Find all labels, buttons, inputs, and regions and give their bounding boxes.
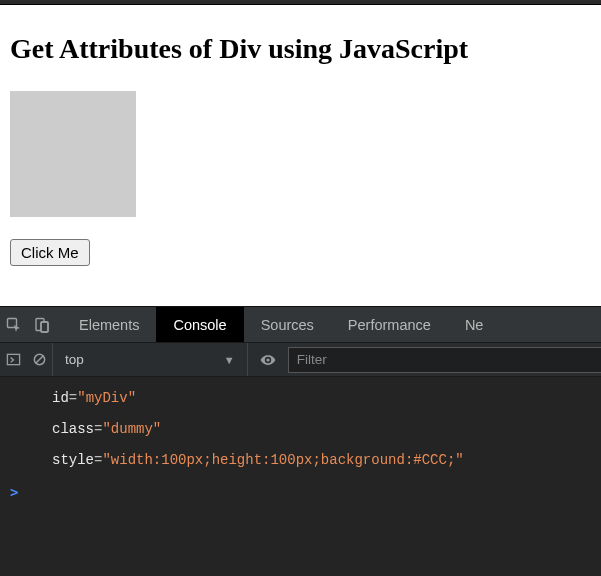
page-content: Get Attributes of Div using JavaScript C… — [0, 5, 601, 276]
live-expression-icon[interactable] — [248, 351, 288, 369]
devtools-panel: Elements Console Sources Performance Ne … — [0, 306, 601, 576]
console-prompt[interactable]: > — [0, 478, 601, 506]
svg-line-6 — [35, 356, 42, 363]
inspect-element-icon[interactable] — [5, 316, 23, 334]
tab-console[interactable]: Console — [156, 307, 243, 342]
demo-div — [10, 91, 136, 217]
devtools-tabbar: Elements Console Sources Performance Ne — [0, 307, 601, 343]
device-toggle-icon[interactable] — [33, 316, 51, 334]
page-heading: Get Attributes of Div using JavaScript — [10, 33, 591, 65]
console-log-line: id="myDiv" — [0, 385, 601, 416]
console-log-line: class="dummy" — [0, 416, 601, 447]
console-filter-input[interactable]: Filter — [288, 347, 601, 373]
chevron-down-icon: ▼ — [224, 354, 235, 366]
svg-rect-2 — [41, 322, 48, 332]
tab-sources[interactable]: Sources — [244, 307, 331, 342]
tab-more-truncated[interactable]: Ne — [448, 307, 484, 342]
console-log-line: style="width:100px;height:100px;backgrou… — [0, 447, 601, 478]
filter-placeholder: Filter — [297, 352, 327, 367]
svg-point-7 — [266, 358, 269, 361]
clear-console-icon[interactable] — [26, 352, 52, 367]
console-toolbar: top ▼ Filter — [0, 343, 601, 377]
console-sidebar-toggle-icon[interactable] — [0, 352, 26, 367]
tab-elements[interactable]: Elements — [62, 307, 156, 342]
context-label: top — [65, 352, 84, 367]
console-output: id="myDiv" class="dummy" style="width:10… — [0, 377, 601, 576]
tab-performance[interactable]: Performance — [331, 307, 448, 342]
click-me-button[interactable]: Click Me — [10, 239, 90, 266]
execution-context-selector[interactable]: top ▼ — [52, 343, 248, 376]
